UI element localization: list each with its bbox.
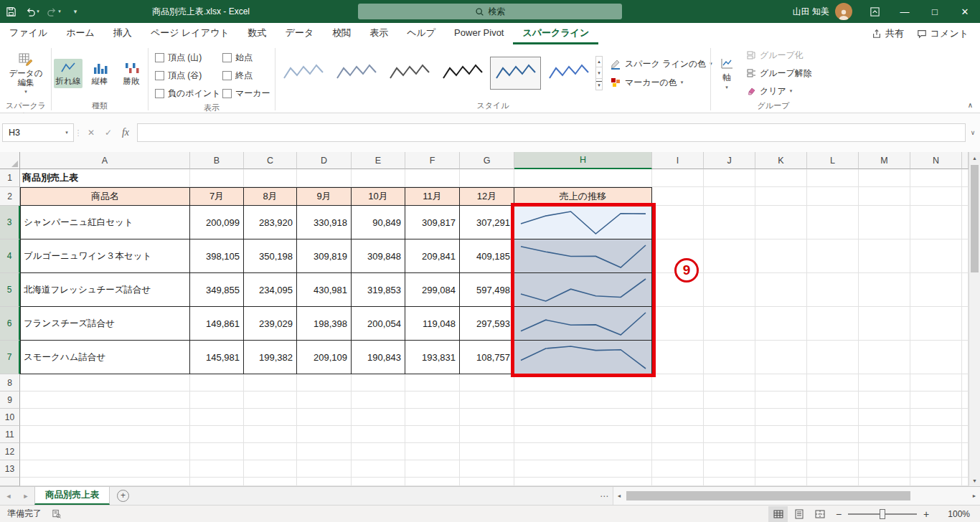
cell-F7[interactable]: 193,831 <box>405 341 460 374</box>
cell-H9[interactable] <box>514 392 652 409</box>
cell-B3[interactable]: 200,099 <box>190 206 244 239</box>
cell-E5[interactable]: 319,853 <box>352 273 405 307</box>
edit-data-button[interactable]: データの編集 ▾ <box>4 49 47 97</box>
cell-I9[interactable] <box>652 392 704 409</box>
cell-L13[interactable] <box>807 460 859 478</box>
cell-J2[interactable] <box>704 187 755 206</box>
show-option-low-point[interactable]: 頂点 (谷) <box>155 70 222 82</box>
cell-F1[interactable] <box>405 169 460 187</box>
cell-J12[interactable] <box>704 443 755 460</box>
cell-E6[interactable]: 200,054 <box>352 307 405 341</box>
view-page-layout-button[interactable] <box>789 506 809 522</box>
sparkline-style-6[interactable] <box>543 57 594 90</box>
cell-J7[interactable] <box>704 341 755 374</box>
customize-qat-button[interactable]: ▾ <box>65 0 86 23</box>
cell-H2[interactable]: 売上の推移 <box>514 187 652 206</box>
cell-L6[interactable] <box>807 307 859 341</box>
cell-M7[interactable] <box>859 341 910 374</box>
cell-A4[interactable]: ブルゴーニュワイン３本セット <box>20 239 190 273</box>
gallery-down-button[interactable]: ▾ <box>595 67 603 79</box>
cell-G9[interactable] <box>460 392 514 409</box>
cell-G4[interactable]: 409,185 <box>460 239 514 273</box>
cell-L5[interactable] <box>807 273 859 307</box>
gallery-more-button[interactable]: ▾ <box>595 79 603 90</box>
cell-A1[interactable]: 商品別売上表 <box>20 169 190 187</box>
cell-A10[interactable] <box>20 409 190 426</box>
cell-A6[interactable]: フランスチーズ詰合せ <box>20 307 190 341</box>
cell-J10[interactable] <box>704 409 755 426</box>
cell-K2[interactable] <box>755 187 807 206</box>
cell-G12[interactable] <box>460 443 514 460</box>
cell-I10[interactable] <box>652 409 704 426</box>
row-header-13[interactable]: 13 <box>0 460 20 478</box>
comment-button[interactable]: コメント <box>917 27 969 40</box>
cell-L9[interactable] <box>807 392 859 409</box>
cell-K12[interactable] <box>755 443 807 460</box>
cell-M1[interactable] <box>859 169 910 187</box>
scroll-down-icon[interactable]: ▼ <box>969 475 980 486</box>
cell-A3[interactable]: シャンパーニュ紅白セット <box>20 206 190 239</box>
cell-J6[interactable] <box>704 307 755 341</box>
cell-B11[interactable] <box>190 426 244 443</box>
cell-F6[interactable]: 119,048 <box>405 307 460 341</box>
column-header-M[interactable]: M <box>859 152 910 169</box>
ribbon-tab-data[interactable]: データ <box>276 23 324 44</box>
cell-B1[interactable] <box>190 169 244 187</box>
column-header-E[interactable]: E <box>352 152 405 169</box>
column-header-I[interactable]: I <box>652 152 704 169</box>
column-header-J[interactable]: J <box>704 152 755 169</box>
cell-J8[interactable] <box>704 374 755 392</box>
cell-N5[interactable] <box>910 273 962 307</box>
cell-C11[interactable] <box>244 426 297 443</box>
cell-I3[interactable] <box>652 206 704 239</box>
sparkline-type-line-button[interactable]: 折れ線 <box>54 59 83 88</box>
show-option-high-point[interactable]: 頂点 (山) <box>155 52 222 64</box>
cell-G13[interactable] <box>460 460 514 478</box>
cell-A12[interactable] <box>20 443 190 460</box>
cell-K8[interactable] <box>755 374 807 392</box>
cell-N2[interactable] <box>910 187 962 206</box>
cell-M5[interactable] <box>859 273 910 307</box>
name-box-dropdown-icon[interactable]: ▾ <box>60 130 73 136</box>
ribbon-tab-home[interactable]: ホーム <box>57 23 104 44</box>
sheet-options-dots[interactable]: ⋯ <box>595 491 613 501</box>
cell-H11[interactable] <box>514 426 652 443</box>
ribbon-tab-help[interactable]: ヘルプ <box>397 23 445 44</box>
cell-K11[interactable] <box>755 426 807 443</box>
cell-E12[interactable] <box>352 443 405 460</box>
group-button[interactable]: グループ化 <box>746 49 812 62</box>
cell-K6[interactable] <box>755 307 807 341</box>
sheet-tab-active[interactable]: 商品別売上表 <box>34 487 110 505</box>
sparkline-style-5[interactable] <box>490 57 541 90</box>
scroll-left-icon[interactable]: ◄ <box>613 487 625 505</box>
cell-M9[interactable] <box>859 392 910 409</box>
accessibility-status-icon[interactable] <box>52 509 61 518</box>
cell-M4[interactable] <box>859 239 910 273</box>
search-box[interactable]: 検索 <box>358 4 622 19</box>
sheet-nav-prev-button[interactable]: ◄ <box>0 487 17 505</box>
view-normal-button[interactable] <box>768 506 788 522</box>
cell-A7[interactable]: スモークハム詰合せ <box>20 341 190 374</box>
cell-D13[interactable] <box>297 460 352 478</box>
cell-N8[interactable] <box>910 374 962 392</box>
cell-K9[interactable] <box>755 392 807 409</box>
cell-M3[interactable] <box>859 206 910 239</box>
cell-K4[interactable] <box>755 239 807 273</box>
cell-C6[interactable]: 239,029 <box>244 307 297 341</box>
cell-D12[interactable] <box>297 443 352 460</box>
cell-G8[interactable] <box>460 374 514 392</box>
cell-D10[interactable] <box>297 409 352 426</box>
cell-I8[interactable] <box>652 374 704 392</box>
cell-D9[interactable] <box>297 392 352 409</box>
horizontal-scrollbar[interactable]: ◄ ► <box>613 487 980 505</box>
cell-K10[interactable] <box>755 409 807 426</box>
select-all-button[interactable] <box>0 152 20 169</box>
cell-F8[interactable] <box>405 374 460 392</box>
axis-button[interactable]: 軸 ▾ <box>713 54 740 92</box>
cell-E3[interactable]: 90,849 <box>352 206 405 239</box>
cell-E4[interactable]: 309,848 <box>352 239 405 273</box>
cell-F13[interactable] <box>405 460 460 478</box>
cell-B4[interactable]: 398,105 <box>190 239 244 273</box>
cell-H8[interactable] <box>514 374 652 392</box>
row-header-1[interactable]: 1 <box>0 169 20 187</box>
